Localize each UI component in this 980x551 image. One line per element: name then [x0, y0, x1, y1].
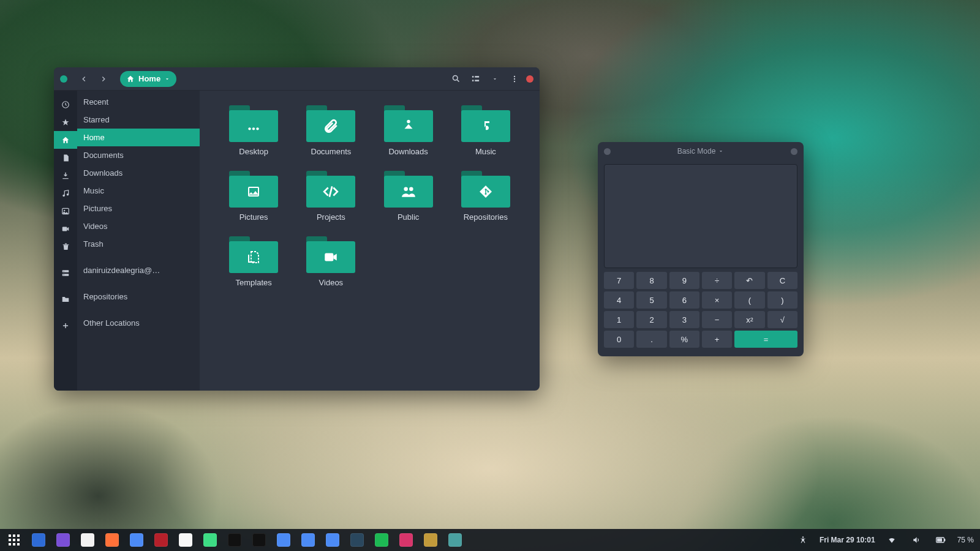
accessibility-icon[interactable]	[795, 532, 811, 548]
search-button[interactable]	[448, 71, 464, 87]
taskbar-app-filezilla[interactable]	[153, 532, 169, 548]
folder-videos[interactable]: Videos	[295, 236, 366, 287]
list-view-icon	[471, 74, 480, 83]
calc-key-7[interactable]: 7	[604, 272, 634, 289]
taskbar-app-pidgin[interactable]	[55, 532, 71, 548]
calc-minimize-button[interactable]	[604, 148, 611, 155]
taskbar-app-firefox[interactable]	[104, 532, 120, 548]
calculator-mode-label[interactable]: Basic Mode	[677, 147, 716, 156]
sidebar-item-trash[interactable]: Trash	[77, 235, 200, 253]
calc-key-2[interactable]: 2	[636, 311, 666, 328]
calc-key-4[interactable]: 4	[604, 291, 634, 309]
apps-grid-icon	[9, 534, 20, 545]
calc-key-1[interactable]: 1	[604, 311, 634, 328]
sidebar-item-pictures[interactable]: Pictures	[77, 200, 200, 217]
settings-icon	[326, 533, 339, 547]
folder-templates[interactable]: Templates	[218, 236, 289, 287]
folder-music[interactable]: Music	[450, 105, 521, 156]
taskbar-app-intellij[interactable]	[251, 532, 267, 548]
apps-launcher-button[interactable]	[6, 532, 22, 548]
taskbar-app-gedit[interactable]	[178, 532, 194, 548]
calc-key-=[interactable]: =	[734, 331, 797, 348]
taskbar-app-chromium[interactable]	[129, 532, 145, 548]
calc-key-)[interactable]: )	[767, 291, 797, 309]
calc-key-3[interactable]: 3	[669, 311, 699, 328]
clock-label[interactable]: Fri Mar 29 10:01	[820, 536, 875, 544]
sidebar-item-other-locations[interactable]: Other Locations	[77, 314, 200, 332]
close-button[interactable]	[526, 75, 533, 83]
calc-key-([interactable]: (	[734, 291, 764, 309]
folder-repositories[interactable]: Repositories	[450, 171, 521, 222]
svg-rect-15	[62, 274, 69, 276]
taskbar-app-calculator[interactable]	[447, 532, 463, 548]
calculator-titlebar[interactable]: Basic Mode	[598, 142, 804, 160]
sidebar-item-music[interactable]: Music	[77, 182, 200, 200]
calc-key-6[interactable]: 6	[669, 291, 699, 309]
path-bar-home[interactable]: Home	[120, 71, 176, 87]
file-manager-titlebar[interactable]: Home	[54, 67, 540, 91]
folder-projects[interactable]: Projects	[295, 171, 366, 222]
taskbar-app-webstorm[interactable]	[227, 532, 243, 548]
svg-point-0	[453, 76, 458, 81]
taskbar-app-settings[interactable]	[325, 532, 341, 548]
file-manager-window: Home RecentStarredHomeDocumentsDownloads…	[54, 67, 540, 391]
sidebar-item-home[interactable]: Home	[77, 129, 200, 146]
calc-key-9[interactable]: 9	[669, 272, 699, 289]
battery-icon[interactable]	[933, 532, 949, 548]
folder-public[interactable]: Public	[373, 171, 444, 222]
calc-key-+[interactable]: +	[702, 331, 732, 348]
lollypop-icon	[399, 533, 413, 547]
taskbar-app-android-studio[interactable]	[202, 532, 218, 548]
folder-desktop[interactable]: Desktop	[218, 105, 289, 156]
folder-downloads[interactable]: Downloads	[373, 105, 444, 156]
folder-documents[interactable]: Documents	[295, 105, 366, 156]
calc-key-C[interactable]: C	[767, 272, 797, 289]
clock-icon	[61, 96, 70, 113]
view-options-dropdown[interactable]	[487, 71, 503, 87]
sidebar-item-recent[interactable]: Recent	[77, 93, 200, 111]
folder-grid[interactable]: Desktop Documents Downloads Music Pictur…	[200, 91, 540, 391]
doc-icon	[62, 149, 70, 167]
svg-point-18	[248, 127, 251, 130]
sidebar-item-label: daniruizdealegria@…	[83, 266, 160, 275]
forward-button[interactable]	[96, 71, 111, 87]
view-toggle-button[interactable]	[467, 71, 483, 87]
minimize-button[interactable]	[60, 75, 67, 83]
back-button[interactable]	[76, 71, 92, 87]
hamburger-menu-button[interactable]	[507, 71, 522, 87]
calc-key-x²[interactable]: x2	[734, 311, 764, 328]
taskbar-app-files[interactable]	[276, 532, 292, 548]
volume-icon[interactable]	[908, 532, 924, 548]
calc-key-8[interactable]: 8	[636, 272, 666, 289]
calc-key-−[interactable]: −	[702, 311, 732, 328]
calc-close-button[interactable]	[791, 148, 797, 155]
sidebar-item-label: Recent	[83, 97, 108, 107]
folder-pictures[interactable]: Pictures	[218, 171, 289, 222]
sidebar-item-videos[interactable]: Videos	[77, 217, 200, 235]
network-icon[interactable]	[884, 532, 900, 548]
sidebar-item-daniruizdealegria-[interactable]: daniruizdealegria@…	[77, 261, 200, 279]
sidebar-item-starred[interactable]: Starred	[77, 111, 200, 129]
calc-key-÷[interactable]: ÷	[702, 272, 732, 289]
sidebar-item-downloads[interactable]: Downloads	[77, 164, 200, 182]
calc-key-×[interactable]: ×	[702, 291, 732, 309]
calc-key-0[interactable]: 0	[604, 331, 634, 348]
taskbar-app-lollypop[interactable]	[398, 532, 414, 548]
svg-rect-3	[475, 76, 479, 78]
taskbar-app-spotify[interactable]	[374, 532, 390, 548]
sidebar-icons-column	[54, 91, 77, 391]
sidebar-item-repositories[interactable]: Repositories	[77, 288, 200, 305]
taskbar-app-tilix[interactable]	[423, 532, 439, 548]
sidebar-item-documents[interactable]: Documents	[77, 146, 200, 164]
taskbar-app-blueman[interactable]	[31, 532, 47, 548]
taskbar-app-software[interactable]	[300, 532, 316, 548]
calculator-display[interactable]	[604, 164, 797, 268]
taskbar-app-steam[interactable]	[349, 532, 365, 548]
calc-key-%[interactable]: %	[669, 331, 699, 348]
taskbar-app-mail[interactable]	[80, 532, 96, 548]
calc-key-.[interactable]: .	[636, 331, 666, 348]
calc-key-5[interactable]: 5	[636, 291, 666, 309]
calc-key-√[interactable]: √	[767, 311, 797, 328]
calc-key-↶[interactable]: ↶	[734, 272, 764, 289]
svg-point-21	[407, 120, 410, 123]
